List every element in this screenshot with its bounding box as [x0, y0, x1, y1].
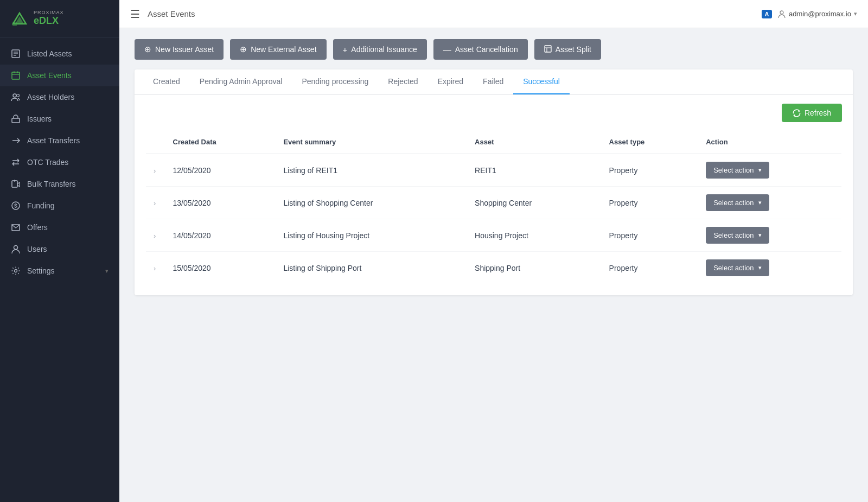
refresh-icon — [793, 109, 801, 117]
sidebar-item-listed-assets[interactable]: Listed Assets — [0, 43, 119, 65]
table-row: › 12/05/2020 Listing of REIT1 REIT1 Prop… — [146, 154, 842, 187]
tab-rejected[interactable]: Rejected — [378, 69, 427, 94]
logo-icon — [10, 9, 29, 28]
row-asset: Housing Project — [465, 219, 599, 252]
users-icon — [11, 244, 21, 254]
select-action-label: Select action — [713, 166, 754, 174]
row-expand-cell[interactable]: › — [146, 219, 163, 252]
row-event-summary: Listing of Housing Project — [273, 219, 465, 252]
table-row: › 15/05/2020 Listing of Shipping Port Sh… — [146, 252, 842, 284]
sidebar-item-label: Funding — [27, 201, 55, 210]
svg-point-18 — [780, 11, 783, 14]
user-icon — [777, 10, 786, 18]
sidebar-item-asset-holders[interactable]: Asset Holders — [0, 86, 119, 108]
col-header-event-summary: Event summary — [273, 130, 465, 154]
svg-point-16 — [14, 246, 18, 250]
sidebar-item-label: Settings — [27, 266, 55, 275]
svg-rect-13 — [12, 118, 20, 123]
svg-rect-2 — [12, 22, 17, 26]
refresh-button[interactable]: Refresh — [782, 104, 842, 122]
tab-expired[interactable]: Expired — [428, 69, 473, 94]
row-expand-cell[interactable]: › — [146, 187, 163, 219]
sidebar-item-label: Users — [27, 245, 47, 253]
language-badge[interactable]: A — [762, 10, 771, 18]
issuers-icon — [11, 114, 21, 124]
row-asset-type: Property — [599, 252, 697, 284]
sidebar-item-label: Bulk Transfers — [27, 180, 75, 188]
asset-cancellation-label: Asset Cancellation — [455, 45, 518, 54]
sidebar-item-label: Listed Assets — [27, 49, 72, 58]
page-title: Asset Events — [148, 9, 195, 18]
select-action-button[interactable]: Select action ▾ — [706, 227, 769, 244]
row-created-date: 14/05/2020 — [163, 219, 274, 252]
select-action-button[interactable]: Select action ▾ — [706, 194, 769, 211]
action-buttons-row: ⊕ New Issuer Asset ⊕ New External Asset … — [135, 39, 853, 60]
asset-transfers-icon — [11, 136, 21, 145]
tab-successful[interactable]: Successful — [513, 69, 570, 94]
col-header-asset-type: Asset type — [599, 130, 697, 154]
hamburger-icon[interactable]: ☰ — [130, 8, 140, 21]
row-expand-cell[interactable]: › — [146, 252, 163, 284]
sidebar-item-offers[interactable]: Offers — [0, 217, 119, 238]
refresh-label: Refresh — [805, 109, 831, 117]
settings-chevron-icon: ▾ — [105, 268, 108, 275]
sidebar-item-otc-trades[interactable]: OTC Trades — [0, 151, 119, 173]
table-row: › 14/05/2020 Listing of Housing Project … — [146, 219, 842, 252]
events-table: Created Data Event summary Asset Asset t… — [145, 130, 842, 284]
topbar: ☰ Asset Events A admin@proximax.io ▾ — [119, 0, 868, 28]
row-action-cell: Select action ▾ — [696, 154, 841, 187]
tab-failed[interactable]: Failed — [473, 69, 513, 94]
row-created-date: 15/05/2020 — [163, 252, 274, 284]
new-issuer-asset-label: New Issuer Asset — [155, 45, 214, 54]
sidebar: Proximax eDLX Listed Assets Asset Events… — [0, 0, 119, 502]
row-expand-cell[interactable]: › — [146, 154, 163, 187]
tab-pending-processing[interactable]: Pending processing — [292, 69, 378, 94]
expand-icon: › — [154, 167, 156, 175]
new-external-asset-button[interactable]: ⊕ New External Asset — [230, 39, 326, 60]
sidebar-item-asset-transfers[interactable]: Asset Transfers — [0, 130, 119, 151]
select-action-button[interactable]: Select action ▾ — [706, 162, 769, 179]
bulk-transfers-icon — [11, 179, 21, 189]
main-content: ☰ Asset Events A admin@proximax.io ▾ ⊕ N… — [119, 0, 868, 502]
sidebar-item-label: OTC Trades — [27, 158, 68, 167]
sidebar-item-issuers[interactable]: Issuers — [0, 108, 119, 130]
asset-split-label: Asset Split — [556, 45, 591, 54]
expand-icon: › — [154, 264, 156, 272]
row-asset: REIT1 — [465, 154, 599, 187]
additional-issuance-label: Additional Issuance — [351, 45, 417, 54]
select-action-button[interactable]: Select action ▾ — [706, 259, 769, 276]
offers-icon — [11, 223, 21, 232]
asset-split-button[interactable]: Asset Split — [534, 39, 601, 60]
additional-issuance-icon: + — [343, 45, 348, 54]
row-asset: Shipping Port — [465, 252, 599, 284]
expand-icon: › — [154, 199, 156, 207]
new-issuer-asset-icon: ⊕ — [144, 45, 151, 54]
select-action-label: Select action — [713, 231, 754, 239]
row-created-date: 13/05/2020 — [163, 187, 274, 219]
tabs-nav: Created Pending Admin Approval Pending p… — [135, 69, 853, 95]
svg-point-12 — [17, 94, 20, 97]
sidebar-item-settings[interactable]: Settings ▾ — [0, 260, 119, 282]
new-issuer-asset-button[interactable]: ⊕ New Issuer Asset — [135, 39, 224, 60]
tab-created[interactable]: Created — [143, 69, 190, 94]
sidebar-item-asset-events[interactable]: Asset Events — [0, 65, 119, 86]
tab-container: Created Pending Admin Approval Pending p… — [135, 69, 853, 295]
listed-assets-icon — [11, 49, 21, 59]
sidebar-item-label: Asset Events — [27, 71, 72, 80]
sidebar-item-bulk-transfers[interactable]: Bulk Transfers — [0, 173, 119, 195]
logo: Proximax eDLX — [0, 0, 119, 37]
svg-rect-19 — [545, 46, 551, 52]
tab-pending-admin-approval[interactable]: Pending Admin Approval — [190, 69, 292, 94]
table-toolbar: Refresh — [145, 104, 842, 122]
otc-trades-icon — [11, 157, 21, 167]
user-menu[interactable]: admin@proximax.io ▾ — [777, 10, 857, 18]
sidebar-item-users[interactable]: Users — [0, 238, 119, 260]
row-action-cell: Select action ▾ — [696, 219, 841, 252]
sidebar-item-funding[interactable]: Funding — [0, 195, 119, 217]
row-event-summary: Listing of Shipping Port — [273, 252, 465, 284]
table-row: › 13/05/2020 Listing of Shopping Center … — [146, 187, 842, 219]
row-action-cell: Select action ▾ — [696, 187, 841, 219]
asset-cancellation-button[interactable]: — Asset Cancellation — [433, 39, 528, 60]
row-created-date: 12/05/2020 — [163, 154, 274, 187]
additional-issuance-button[interactable]: + Additional Issuance — [333, 39, 427, 60]
